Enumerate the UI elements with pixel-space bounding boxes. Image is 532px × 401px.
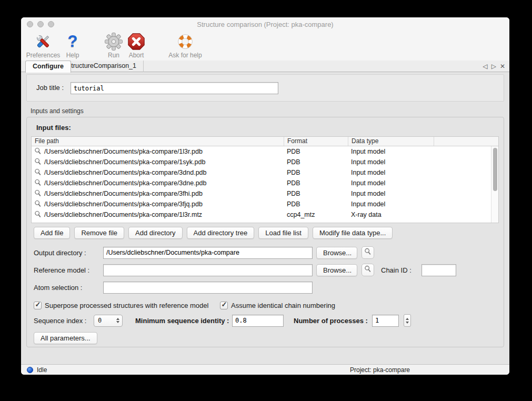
help-button[interactable]: ? Help [62, 32, 83, 59]
checkbox-checked-icon [220, 302, 228, 309]
job-title-label: Job title : [36, 84, 64, 92]
load-file-list-button[interactable]: Load file list [258, 227, 308, 239]
tab-structure-comparison-1[interactable]: StructureComparison_1 [60, 61, 144, 72]
file-format: PDB [284, 158, 348, 166]
add-directory-button[interactable]: Add directory [128, 227, 183, 239]
preferences-label: Preferences [26, 52, 61, 59]
lifebuoy-icon [177, 32, 194, 51]
chain-id-input[interactable] [421, 264, 456, 276]
tab-configure[interactable]: Configure [25, 61, 71, 73]
magnifier-icon [34, 210, 42, 219]
assume-chain-checkbox[interactable]: Assume identical chain numbering [220, 302, 335, 309]
table-scrollbar[interactable] [491, 146, 498, 223]
help-label: Help [66, 52, 79, 59]
job-title-panel: Job title : [26, 74, 504, 102]
file-data-type: Input model [348, 169, 434, 176]
table-row[interactable]: /Users/dcliebschner/Documents/pka-compar… [32, 157, 491, 167]
all-parameters-button[interactable]: All parameters... [34, 332, 97, 344]
table-row[interactable]: /Users/dcliebschner/Documents/pka-compar… [32, 167, 491, 178]
magnifier-icon [34, 168, 42, 177]
num-processes-label: Number of processes : [294, 317, 368, 325]
checkbox-checked-icon [34, 302, 42, 309]
file-path: /Users/dcliebschner/Documents/pka-compar… [44, 179, 207, 187]
toolbar: Preferences ? Help [21, 31, 509, 61]
column-format[interactable]: Format [284, 137, 348, 146]
magnifier-icon [364, 248, 372, 257]
reference-search-button[interactable] [362, 264, 374, 276]
magnifier-icon [34, 147, 42, 156]
tab-next-icon[interactable]: ▷ [491, 63, 496, 70]
ask-for-help-button[interactable]: Ask for help [164, 32, 206, 59]
add-directory-tree-button[interactable]: Add directory tree [187, 227, 255, 239]
checkbox-row: Superpose processed structures with refe… [34, 299, 497, 312]
stepper-up-icon [406, 318, 409, 320]
table-row[interactable]: /Users/dcliebschner/Documents/pka-compar… [32, 209, 491, 220]
app-window: Structure comparison (Project: pka-compa… [21, 17, 509, 375]
table-row[interactable]: /Users/dcliebschner/Documents/pka-compar… [32, 146, 491, 157]
assume-chain-checkbox-label: Assume identical chain numbering [231, 302, 335, 309]
status-bar: Idle Project: pka-compare [21, 364, 509, 375]
sequence-index-stepper[interactable]: 0 [94, 315, 123, 327]
window-chrome: Structure comparison (Project: pka-compa… [21, 17, 509, 61]
project-text: Project: pka-compare [350, 366, 410, 374]
inputs-settings-label: Inputs and settings [31, 107, 84, 115]
run-button[interactable]: Run [103, 32, 124, 59]
input-files-table: File path Format Data type /Users/dclieb… [31, 136, 499, 223]
job-title-input[interactable] [71, 82, 278, 94]
column-data-type[interactable]: Data type [348, 137, 434, 146]
parameters-row: Sequence index : 0 Minimum sequence iden… [34, 314, 497, 327]
scrollbar-thumb[interactable] [493, 148, 497, 191]
reference-model-input[interactable] [103, 264, 313, 276]
file-data-type: X-ray data [348, 211, 434, 218]
atom-selection-label: Atom selection : [34, 284, 83, 292]
output-directory-input[interactable] [103, 247, 313, 259]
output-search-button[interactable] [362, 246, 374, 259]
tab-close-icon[interactable]: ✕ [500, 63, 505, 70]
question-mark-icon: ? [68, 32, 78, 51]
table-row[interactable]: /Users/dcliebschner/Documents/pka-compar… [32, 178, 491, 188]
file-buttons-row: Add file Remove file Add directory Add d… [34, 227, 393, 239]
magnifier-icon [34, 189, 42, 198]
num-processes-input[interactable] [372, 315, 399, 327]
table-row[interactable]: /Users/dcliebschner/Documents/pka-compar… [32, 199, 491, 209]
file-format: PDB [284, 179, 348, 187]
reference-browse-button[interactable]: Browse... [316, 264, 357, 276]
reference-model-label: Reference model : [34, 266, 89, 274]
min-sequence-identity-input[interactable] [232, 315, 284, 327]
min-sequence-identity-label: Minimum sequence identity : [135, 317, 229, 325]
tab-bar: Configure StructureComparison_1 ◁ ▷ ✕ [21, 61, 509, 72]
remove-file-button[interactable]: Remove file [74, 227, 124, 239]
atom-selection-row: Atom selection : [34, 281, 497, 294]
preferences-button[interactable]: Preferences [25, 32, 61, 59]
magnifier-icon [34, 158, 42, 167]
add-file-button[interactable]: Add file [34, 227, 70, 239]
tab-prev-icon[interactable]: ◁ [483, 63, 487, 70]
file-data-type: Input model [348, 158, 434, 166]
column-file-path[interactable]: File path [32, 137, 284, 146]
num-processes-stepper[interactable] [404, 314, 411, 327]
file-format: PDB [284, 169, 348, 176]
inputs-settings-groupbox: Input files: File path Format Data type … [26, 117, 504, 347]
title-bar: Structure comparison (Project: pka-compa… [21, 17, 509, 31]
superpose-checkbox[interactable]: Superpose processed structures with refe… [34, 302, 208, 309]
file-format: ccp4_mtz [284, 211, 348, 218]
output-directory-row: Output directory : Browse... [34, 246, 497, 259]
file-data-type: Input model [348, 200, 434, 208]
table-row[interactable]: /Users/dcliebschner/Documents/pka-compar… [32, 188, 491, 199]
status-text: Idle [37, 366, 47, 374]
ask-for-help-label: Ask for help [168, 52, 202, 59]
modify-file-data-type-button[interactable]: Modify file data type... [313, 227, 393, 239]
stepper-down-icon [406, 322, 409, 324]
file-path: /Users/dcliebschner/Documents/pka-compar… [44, 169, 207, 176]
magnifier-icon [34, 200, 42, 209]
file-data-type: Input model [348, 179, 434, 187]
atom-selection-input[interactable] [103, 282, 313, 294]
file-data-type: Input model [348, 190, 434, 197]
gear-icon [105, 32, 123, 51]
magnifier-icon [364, 265, 372, 275]
abort-button[interactable]: Abort [124, 32, 148, 59]
file-format: PDB [284, 148, 348, 155]
file-path: /Users/dcliebschner/Documents/pka-compar… [44, 211, 202, 218]
reference-model-row: Reference model : Browse... Chain ID : [34, 264, 497, 276]
output-browse-button[interactable]: Browse... [316, 247, 357, 259]
